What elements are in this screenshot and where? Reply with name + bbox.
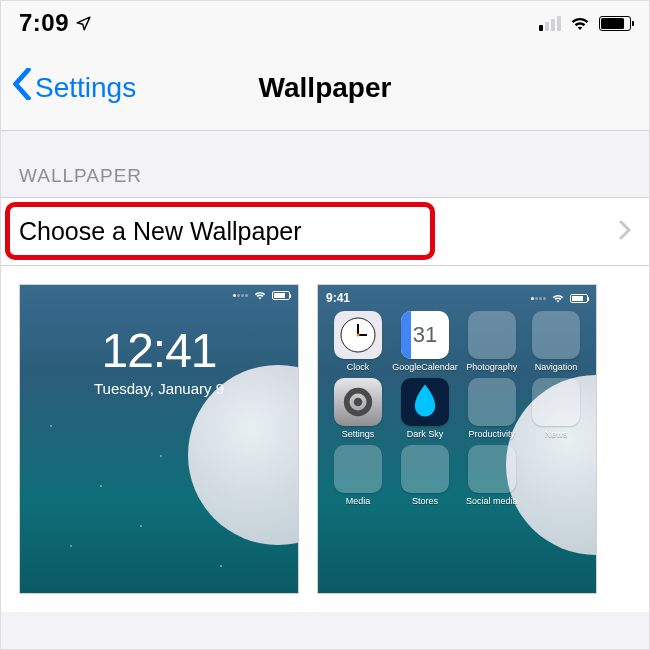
- folder-productivity: Productivity: [462, 378, 522, 439]
- app-clock: Clock: [328, 311, 388, 372]
- mini-battery-icon: [570, 294, 588, 303]
- app-label: Stores: [412, 496, 438, 506]
- lock-preview-time: 12:41: [20, 323, 298, 378]
- app-label: Photography: [466, 362, 517, 372]
- settings-wallpaper-screen: 7:09 Settings Wallpaper WALLPAPER: [0, 0, 650, 650]
- folder-icon: [468, 378, 516, 426]
- folder-navigation: Navigation: [526, 311, 586, 372]
- app-label: Productivity: [469, 429, 516, 439]
- back-button[interactable]: Settings: [11, 68, 136, 107]
- app-label: Navigation: [535, 362, 578, 372]
- folder-icon: [532, 378, 580, 426]
- mini-cellular-icon: [531, 297, 546, 300]
- status-right: [539, 15, 631, 31]
- status-bar: 7:09: [1, 1, 649, 45]
- battery-icon: [599, 16, 631, 31]
- wallpaper-previews: 12:41 Tuesday, January 9 9:41 Clock 31: [1, 266, 649, 612]
- location-icon: [75, 15, 92, 32]
- mini-status-bar: [233, 291, 290, 300]
- folder-icon: [334, 445, 382, 493]
- wifi-icon: [569, 15, 591, 31]
- section-header-wallpaper: WALLPAPER: [1, 131, 649, 197]
- folder-icon: [468, 445, 516, 493]
- folder-icon: [401, 445, 449, 493]
- mini-battery-icon: [272, 291, 290, 300]
- lock-screen-preview[interactable]: 12:41 Tuesday, January 9: [19, 284, 299, 594]
- clock-time: 7:09: [19, 9, 69, 37]
- svg-point-3: [357, 334, 360, 337]
- app-label: Dark Sky: [407, 429, 444, 439]
- app-label: Settings: [342, 429, 375, 439]
- app-label: Clock: [347, 362, 370, 372]
- back-label: Settings: [35, 72, 136, 104]
- cellular-icon: [539, 16, 561, 31]
- chevron-left-icon: [11, 68, 33, 107]
- app-dark-sky: Dark Sky: [392, 378, 458, 439]
- mini-status-bar: 9:41: [326, 291, 588, 305]
- status-time: 7:09: [19, 9, 92, 37]
- svg-point-5: [354, 398, 363, 407]
- folder-icon: [532, 311, 580, 359]
- folder-photography: Photography: [462, 311, 522, 372]
- app-google-calendar: 31 GoogleCalendar: [392, 311, 458, 372]
- lock-preview-date: Tuesday, January 9: [20, 380, 298, 397]
- choose-new-wallpaper-row[interactable]: Choose a New Wallpaper: [1, 197, 649, 266]
- folder-news: News: [526, 378, 586, 439]
- folder-icon: [468, 311, 516, 359]
- mini-wifi-icon: [552, 294, 564, 303]
- app-label: News: [545, 429, 568, 439]
- mini-time: 9:41: [326, 291, 350, 305]
- calendar-icon: 31: [401, 311, 449, 359]
- home-icon-grid: Clock 31 GoogleCalendar Photography Navi…: [328, 311, 586, 506]
- chevron-right-icon: [619, 216, 631, 247]
- folder-stores: Stores: [392, 445, 458, 506]
- app-settings: Settings: [328, 378, 388, 439]
- app-label: GoogleCalendar: [392, 362, 458, 372]
- app-label: Social media: [466, 496, 518, 506]
- clock-icon: [334, 311, 382, 359]
- darksky-icon: [401, 378, 449, 426]
- mini-wifi-icon: [254, 291, 266, 300]
- nav-bar: Settings Wallpaper: [1, 45, 649, 131]
- mini-cellular-icon: [233, 294, 248, 297]
- folder-media: Media: [328, 445, 388, 506]
- lock-preview-clock: 12:41 Tuesday, January 9: [20, 323, 298, 397]
- app-label: Media: [346, 496, 371, 506]
- home-screen-preview[interactable]: 9:41 Clock 31 GoogleCalendar Photography: [317, 284, 597, 594]
- folder-social-media: Social media: [462, 445, 522, 506]
- gear-icon: [334, 378, 382, 426]
- choose-new-wallpaper-label: Choose a New Wallpaper: [19, 217, 302, 246]
